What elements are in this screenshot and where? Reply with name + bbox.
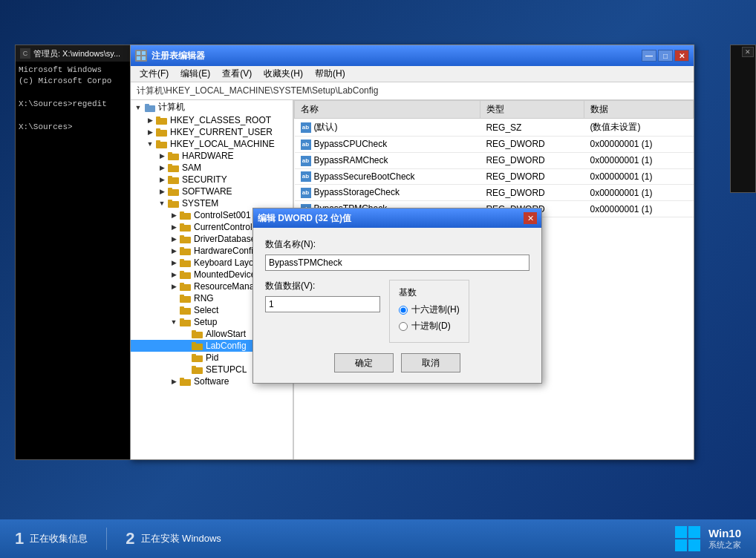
dec-radio-item: 十进制(D) <box>399 320 460 332</box>
table-row[interactable]: abBypassStorageCheckREG_DWORD0x00000001 … <box>295 185 694 201</box>
data-label: 数值数据(V): <box>265 280 380 292</box>
sam-label: SAM <box>182 163 201 173</box>
regedit-minimize-btn[interactable]: — <box>642 50 656 62</box>
col-type: 类型 <box>480 101 584 119</box>
reg-value-icon: ab <box>301 188 311 198</box>
name-input[interactable] <box>265 255 529 271</box>
hwconfig-arrow: ▶ <box>168 247 180 255</box>
sam-icon <box>168 163 180 172</box>
system-icon <box>168 199 180 208</box>
reg-value-icon: ab <box>301 140 311 150</box>
tree-hardware[interactable]: ▶ HARDWARE <box>131 150 293 162</box>
svg-rect-17 <box>168 176 172 178</box>
svg-rect-54 <box>675 539 687 551</box>
hardware-arrow: ▶ <box>156 152 168 160</box>
svg-rect-49 <box>192 366 196 368</box>
table-row[interactable]: abBypassRAMCheckREG_DWORD0x00000001 (1) <box>295 152 694 168</box>
reg-value-icon: ab <box>301 156 311 166</box>
svg-rect-44 <box>192 344 203 350</box>
svg-rect-0 <box>137 51 140 55</box>
svg-rect-20 <box>168 201 179 208</box>
pid-icon <box>192 353 203 362</box>
svg-rect-38 <box>180 308 191 315</box>
menu-view[interactable]: 查看(V) <box>216 66 258 82</box>
taskbar-logo: Win10 系统之家 <box>674 525 756 552</box>
hwconfig-icon <box>180 246 192 255</box>
step1-text: 正在收集信息 <box>30 532 88 545</box>
hkcu-arrow: ▶ <box>144 128 156 136</box>
security-label: SECURITY <box>182 174 227 185</box>
dialog-titlebar: 编辑 DWORD (32 位)值 ✕ <box>253 209 541 228</box>
svg-rect-22 <box>180 213 191 220</box>
regedit-title-left: 注册表编辑器 <box>135 50 205 62</box>
cs001-arrow: ▶ <box>168 211 180 219</box>
svg-rect-15 <box>168 164 172 166</box>
svg-rect-47 <box>192 354 196 356</box>
value-table: 名称 类型 数据 ab(默认)REG_SZ(数值未设置)abBypassCPUC… <box>294 100 694 217</box>
secondary-close-icon: ✕ <box>745 48 751 56</box>
hklm-icon <box>156 140 168 148</box>
table-row[interactable]: abBypassCPUCheckREG_DWORD0x00000001 (1) <box>295 137 694 153</box>
tree-hkcr[interactable]: ▶ HKEY_CLASSES_ROOT <box>131 114 293 126</box>
dec-radio[interactable] <box>399 322 408 331</box>
hex-radio-item: 十六进制(H) <box>399 303 460 316</box>
regedit-maximize-btn[interactable]: □ <box>658 50 673 62</box>
software-icon <box>168 187 180 196</box>
svg-rect-46 <box>192 355 203 362</box>
svg-rect-25 <box>180 223 184 226</box>
tree-hkcu[interactable]: ▶ HKEY_CURRENT_USER <box>131 126 293 138</box>
svg-rect-53 <box>688 526 700 538</box>
svg-rect-23 <box>180 211 184 214</box>
menu-help[interactable]: 帮助(H) <box>309 66 351 82</box>
svg-rect-31 <box>180 259 184 261</box>
data-input[interactable] <box>265 296 380 312</box>
menu-favorites[interactable]: 收藏夹(H) <box>258 66 309 82</box>
dialog-cancel-btn[interactable]: 取消 <box>401 353 460 372</box>
table-row[interactable]: abBypassSecureBootCheckREG_DWORD0x000000… <box>295 168 694 185</box>
root-arrow: ▼ <box>132 104 144 111</box>
base-radio-group: 基数 十六进制(H) 十进制(D) <box>389 280 469 343</box>
hkcr-label: HKEY_CLASSES_ROOT <box>170 115 271 125</box>
regedit-icon <box>135 50 147 62</box>
value-type-cell: REG_SZ <box>480 119 584 137</box>
regedit-close-btn[interactable]: ✕ <box>674 50 689 62</box>
hex-label: 十六进制(H) <box>411 303 460 316</box>
name-label: 数值名称(N): <box>265 238 529 251</box>
table-row[interactable]: ab(默认)REG_SZ(数值未设置) <box>295 119 694 137</box>
hex-radio[interactable] <box>399 306 408 315</box>
svg-rect-12 <box>168 154 179 160</box>
regedit-menubar: 文件(F) 编辑(E) 查看(V) 收藏夹(H) 帮助(H) <box>131 66 694 82</box>
mounted-arrow: ▶ <box>168 271 180 278</box>
driverdb-icon <box>180 234 192 243</box>
svg-rect-21 <box>168 200 172 202</box>
tree-hklm[interactable]: ▼ HKEY_LOCAL_MACHINE <box>131 138 293 150</box>
hklm-label: HKEY_LOCAL_MACHINE <box>170 139 275 149</box>
step2-text: 正在安装 Windows <box>141 532 221 545</box>
labconfig-label: LabConfig <box>206 341 247 351</box>
rng-icon <box>180 294 192 303</box>
mounted-icon <box>180 270 192 279</box>
value-data-cell: 0x00000001 (1) <box>584 168 693 185</box>
tree-root[interactable]: ▼ 计算机 <box>131 100 293 114</box>
rng-label: RNG <box>194 293 214 303</box>
dialog-ok-btn[interactable]: 确定 <box>334 353 394 372</box>
tree-sam[interactable]: ▶ SAM <box>131 162 293 174</box>
svg-rect-34 <box>180 284 191 291</box>
dialog-close-btn[interactable]: ✕ <box>524 212 537 224</box>
dialog-title: 编辑 DWORD (32 位)值 <box>258 212 351 225</box>
labconfig-icon <box>192 341 203 350</box>
secondary-close[interactable]: ✕ <box>742 47 754 57</box>
svg-rect-7 <box>156 116 160 119</box>
step2-num: 2 <box>126 529 134 548</box>
taskbar-step2: 2 正在安装 Windows <box>111 519 236 558</box>
menu-file[interactable]: 文件(F) <box>134 66 175 82</box>
tree-security[interactable]: ▶ SECURITY <box>131 174 293 186</box>
allowstart-label: AllowStart <box>206 329 246 339</box>
tree-software[interactable]: ▶ SOFTWARE <box>131 186 293 197</box>
menu-edit[interactable]: 编辑(E) <box>175 66 216 82</box>
svg-rect-36 <box>180 296 191 303</box>
data-section: 数值数据(V): <box>265 280 380 312</box>
software-arrow: ▶ <box>156 188 168 195</box>
svg-rect-41 <box>180 318 184 321</box>
cmd-icon: C <box>20 48 30 59</box>
